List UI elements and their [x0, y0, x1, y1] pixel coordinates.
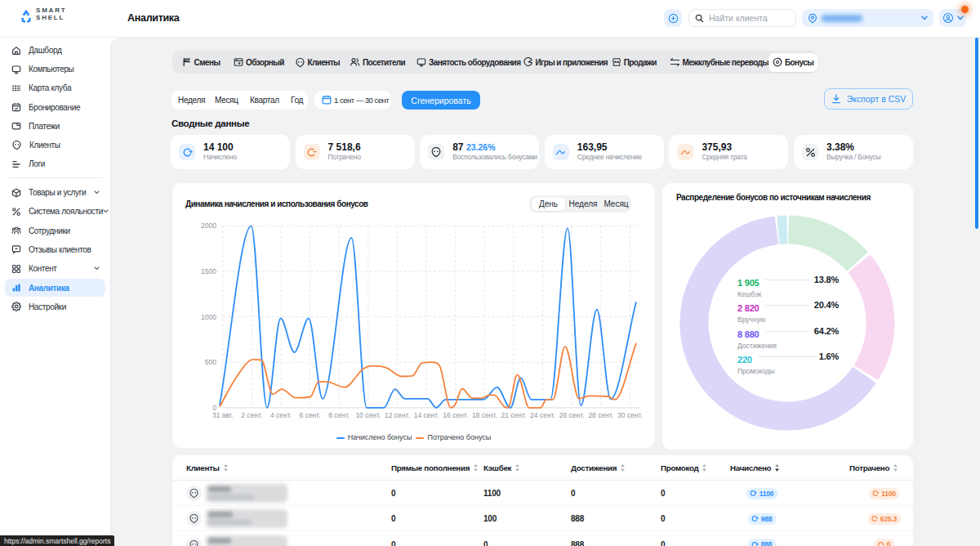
svg-text:24 сент.: 24 сент.	[530, 411, 555, 419]
svg-text:16 сент.: 16 сент.	[443, 411, 468, 419]
svg-text:26 сент.: 26 сент.	[559, 411, 585, 419]
svg-text:30 сент.: 30 сент.	[617, 411, 643, 419]
svg-text:1000: 1000	[201, 313, 216, 321]
svg-text:21 сент.: 21 сент.	[501, 411, 526, 419]
svg-text:31 авг.: 31 авг.	[212, 411, 233, 419]
svg-text:4 сент.: 4 сент.	[270, 411, 292, 419]
svg-text:2 сент.: 2 сент.	[241, 411, 262, 419]
svg-text:18 сент.: 18 сент.	[472, 411, 497, 419]
svg-text:28 сент.: 28 сент.	[588, 411, 613, 419]
svg-text:500: 500	[205, 358, 216, 366]
svg-text:8 сент.: 8 сент.	[328, 411, 350, 419]
svg-text:10 сент.: 10 сент.	[355, 411, 381, 419]
svg-text:14 сент.: 14 сент.	[414, 411, 439, 419]
svg-text:6 сент.: 6 сент.	[300, 411, 321, 419]
svg-text:2000: 2000	[201, 222, 216, 230]
svg-text:12 сент.: 12 сент.	[385, 411, 410, 419]
svg-text:1500: 1500	[201, 267, 216, 275]
